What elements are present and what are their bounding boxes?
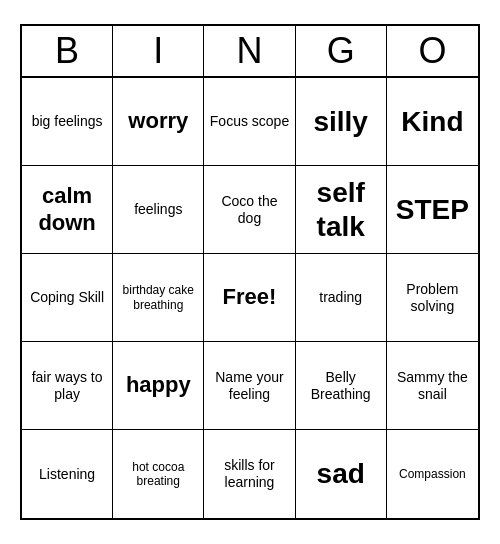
bingo-header: BINGO [22, 26, 478, 78]
bingo-cell-15: fair ways to play [22, 342, 113, 430]
bingo-cell-18: Belly Breathing [296, 342, 387, 430]
bingo-cell-1: worry [113, 78, 204, 166]
bingo-cell-23: sad [296, 430, 387, 518]
bingo-cell-2: Focus scope [204, 78, 295, 166]
bingo-grid: big feelingsworryFocus scopesillyKindcal… [22, 78, 478, 518]
bingo-cell-21: hot cocoa breating [113, 430, 204, 518]
bingo-cell-9: STEP [387, 166, 478, 254]
bingo-cell-3: silly [296, 78, 387, 166]
bingo-cell-0: big feelings [22, 78, 113, 166]
bingo-cell-5: calm down [22, 166, 113, 254]
bingo-cell-24: Compassion [387, 430, 478, 518]
bingo-cell-19: Sammy the snail [387, 342, 478, 430]
bingo-cell-12: Free! [204, 254, 295, 342]
bingo-cell-10: Coping Skill [22, 254, 113, 342]
bingo-cell-14: Problem solving [387, 254, 478, 342]
bingo-cell-17: Name your feeling [204, 342, 295, 430]
bingo-card: BINGO big feelingsworryFocus scopesillyK… [20, 24, 480, 520]
header-letter-G: G [296, 26, 387, 76]
bingo-cell-20: Listening [22, 430, 113, 518]
bingo-cell-6: feelings [113, 166, 204, 254]
header-letter-O: O [387, 26, 478, 76]
header-letter-N: N [204, 26, 295, 76]
bingo-cell-16: happy [113, 342, 204, 430]
bingo-cell-8: self talk [296, 166, 387, 254]
bingo-cell-4: Kind [387, 78, 478, 166]
bingo-cell-11: birthday cake breathing [113, 254, 204, 342]
bingo-cell-7: Coco the dog [204, 166, 295, 254]
header-letter-I: I [113, 26, 204, 76]
header-letter-B: B [22, 26, 113, 76]
bingo-cell-13: trading [296, 254, 387, 342]
bingo-cell-22: skills for learning [204, 430, 295, 518]
